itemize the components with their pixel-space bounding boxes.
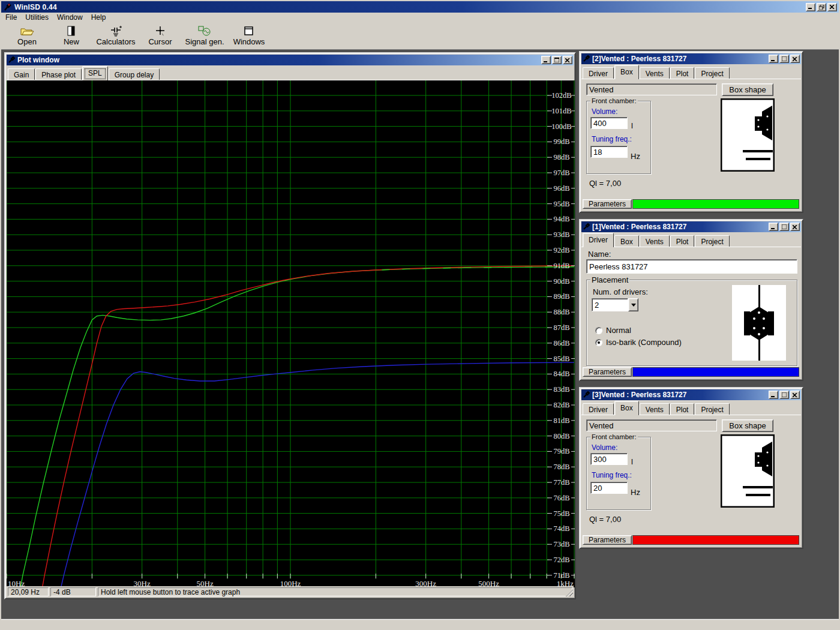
p1-minimize-button[interactable]	[769, 223, 778, 231]
plot-tabs: Gain Phase plot SPL Group delay	[7, 66, 574, 80]
plot-window-titlebar[interactable]: Plot window	[7, 55, 574, 65]
menu-window[interactable]: Window	[53, 13, 87, 22]
p2-tab-box[interactable]: Box	[614, 65, 639, 79]
p3-tuning-input[interactable]: 20	[590, 482, 628, 494]
p2-tab-driver[interactable]: Driver	[583, 67, 614, 79]
p2-box-type-field[interactable]: Vented	[586, 83, 717, 95]
svg-text:78dB: 78dB	[553, 463, 569, 471]
p1-tab-plot[interactable]: Plot	[670, 235, 695, 247]
p1-tab-box[interactable]: Box	[614, 235, 639, 247]
p2-titlebar[interactable]: [2]Vented : Peerless 831727	[581, 53, 801, 64]
p1-combo-dropdown-button[interactable]	[628, 298, 638, 311]
new-button[interactable]: New	[49, 23, 94, 49]
p3-status-bar-red	[632, 535, 799, 545]
menu-utilities[interactable]: Utilities	[21, 13, 53, 22]
p3-box-type-field[interactable]: Vented	[586, 419, 717, 431]
p2-tabs: Driver Box Vents Plot Project	[581, 65, 801, 79]
tab-spl[interactable]: SPL	[82, 66, 108, 80]
p1-parameters-button[interactable]: Parameters	[583, 367, 632, 377]
plot-minimize-button[interactable]	[541, 56, 551, 64]
svg-text:85dB: 85dB	[553, 355, 569, 363]
new-document-icon	[67, 25, 76, 37]
p2-parameters-row: Parameters	[583, 199, 799, 209]
p3-volume-input[interactable]: 300	[590, 453, 628, 465]
vented-box-diagram-icon	[721, 434, 775, 508]
spl-chart[interactable]: 102dB101dB100dB99dB98dB97dB96dB95dB94dB9…	[7, 80, 575, 587]
plot-statusbar: 20,09 Hz -4 dB Hold left mouse button to…	[7, 586, 574, 597]
p1-num-drivers-combo[interactable]: 2	[592, 298, 638, 311]
cursor-level-readout: -4 dB	[50, 587, 96, 596]
p3-tab-box[interactable]: Box	[614, 401, 639, 415]
p2-box-shape-button[interactable]: Box shape	[722, 83, 773, 96]
p3-box-shape-button[interactable]: Box shape	[722, 419, 773, 432]
p2-volume-input[interactable]: 400	[590, 117, 628, 129]
p3-tab-vents[interactable]: Vents	[640, 403, 670, 415]
p3-front-chamber-group: Front chamber: Volume: 300 l Tuning freq…	[586, 437, 651, 510]
tab-gain[interactable]: Gain	[8, 68, 35, 80]
restore-button[interactable]	[817, 3, 826, 11]
signal-gen-button[interactable]: Signal gen.	[182, 23, 227, 49]
windows-button[interactable]: Windows	[227, 23, 271, 49]
spl-plot-canvas[interactable]: 102dB101dB100dB99dB98dB97dB96dB95dB94dB9…	[7, 80, 575, 587]
main-titlebar[interactable]: WinISD 0.44	[1, 1, 839, 13]
minimize-button[interactable]	[806, 3, 815, 11]
p3-maximize-button[interactable]	[779, 391, 789, 399]
p1-maximize-button[interactable]	[779, 223, 789, 231]
menubar: File Utilities Window Help	[1, 13, 839, 22]
p3-tuning-unit: Hz	[631, 488, 640, 497]
p3-ql-value: Ql = 7,00	[589, 515, 621, 524]
p2-tab-project[interactable]: Project	[695, 67, 729, 79]
p2-parameters-button[interactable]: Parameters	[583, 199, 632, 209]
p3-parameters-button[interactable]: Parameters	[583, 535, 632, 545]
p2-front-chamber-group: Front chamber: Volume: 400 l Tuning freq…	[586, 101, 651, 174]
tab-group-delay[interactable]: Group delay	[109, 68, 160, 80]
p3-minimize-button[interactable]	[769, 391, 778, 399]
radio-circle-unchecked[interactable]	[595, 327, 602, 334]
menu-help[interactable]: Help	[87, 13, 110, 22]
menu-file[interactable]: File	[1, 13, 21, 22]
radio-circle-checked[interactable]	[595, 339, 602, 346]
svg-text:100dB: 100dB	[551, 122, 571, 131]
svg-text:101dB: 101dB	[551, 107, 571, 115]
p1-radio-normal[interactable]: Normal	[595, 326, 631, 335]
plot-close-button[interactable]	[563, 56, 572, 64]
p1-name-label: Name:	[588, 250, 611, 259]
p1-driver-name-input[interactable]: Peerless 831727	[586, 259, 797, 274]
p3-tab-driver[interactable]: Driver	[583, 403, 614, 415]
close-button[interactable]	[827, 3, 837, 11]
app-wrench-icon	[3, 3, 11, 11]
plot-maximize-button[interactable]	[552, 56, 562, 64]
open-button[interactable]: Open	[5, 23, 49, 49]
cursor-frequency-readout: 20,09 Hz	[8, 587, 49, 596]
app-bottom-statusbar	[1, 619, 839, 629]
tab-phase-plot[interactable]: Phase plot	[35, 68, 82, 80]
p2-tuning-unit: Hz	[631, 152, 640, 161]
p3-close-button[interactable]	[790, 391, 800, 399]
p2-tuning-input[interactable]: 18	[590, 146, 628, 158]
p2-minimize-button[interactable]	[769, 55, 778, 63]
p1-close-button[interactable]	[790, 223, 800, 231]
p3-parameters-row: Parameters	[583, 535, 799, 545]
p1-placement-group: Placement Num. of drivers: 2 Normal	[586, 280, 797, 366]
p2-tab-plot[interactable]: Plot	[670, 67, 695, 79]
p3-tab-project[interactable]: Project	[695, 403, 729, 415]
window-icon	[244, 25, 254, 37]
p1-status-bar-blue	[632, 367, 799, 377]
p3-tab-plot[interactable]: Plot	[670, 403, 695, 415]
p2-close-button[interactable]	[790, 55, 800, 63]
calculators-button[interactable]: Calculators	[94, 23, 138, 49]
p2-maximize-button[interactable]	[779, 55, 789, 63]
svg-text:94dB: 94dB	[553, 215, 569, 223]
app-title: WinISD 0.44	[14, 3, 57, 11]
p1-radio-isobarik[interactable]: Iso-barik (Compound)	[595, 338, 682, 347]
p2-tab-vents[interactable]: Vents	[640, 67, 670, 79]
p1-num-drivers-value[interactable]: 2	[592, 298, 628, 311]
p3-titlebar[interactable]: [3]Vented : Peerless 831727	[581, 389, 801, 400]
cursor-button[interactable]: Cursor	[138, 23, 182, 49]
p1-titlebar[interactable]: [1]Vented : Peerless 831727	[581, 221, 801, 232]
svg-text:75dB: 75dB	[553, 509, 569, 518]
p3-volume-label: Volume:	[592, 443, 617, 452]
p1-tab-project[interactable]: Project	[695, 235, 729, 247]
p1-tab-vents[interactable]: Vents	[640, 235, 670, 247]
p1-tab-driver[interactable]: Driver	[583, 233, 614, 247]
